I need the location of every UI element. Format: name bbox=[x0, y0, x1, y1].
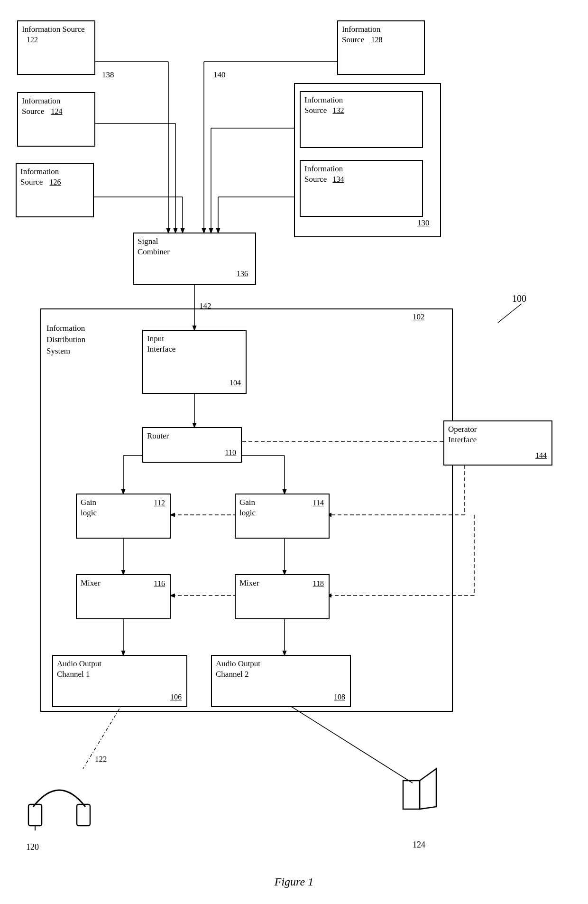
input-interface-box: InputInterface 104 bbox=[142, 330, 247, 394]
svg-rect-38 bbox=[403, 781, 420, 809]
svg-rect-34 bbox=[28, 804, 42, 826]
info-source-128-box: InformationSource 128 bbox=[337, 20, 425, 75]
system-label: InformationDistributionSystem bbox=[46, 323, 85, 356]
label-102: 102 bbox=[413, 312, 425, 322]
operator-interface-box: OperatorInterface 144 bbox=[443, 420, 552, 466]
mixer-1-box: Mixer 116 bbox=[76, 574, 171, 619]
input-interface-label: InputInterface bbox=[147, 334, 175, 354]
audio-output-1-box: Audio OutputChannel 1 106 bbox=[52, 655, 187, 707]
signal-combiner-label: SignalCombiner bbox=[138, 237, 170, 256]
info-source-126-ref: 126 bbox=[49, 178, 61, 186]
info-source-132-box: InformationSource 132 bbox=[300, 91, 423, 148]
info-source-128-ref: 128 bbox=[371, 36, 382, 44]
label-138: 138 bbox=[102, 70, 114, 80]
label-122-wire: 122 bbox=[95, 755, 107, 764]
signal-combiner-box: SignalCombiner 136 bbox=[133, 233, 256, 285]
label-100: 100 bbox=[512, 293, 526, 304]
speaker-icon bbox=[384, 764, 450, 826]
gain-logic-1-box: Gainlogic 112 bbox=[76, 494, 171, 539]
info-source-132-ref: 132 bbox=[332, 106, 344, 114]
info-source-122-ref: 122 bbox=[27, 36, 38, 44]
mixer-2-box: Mixer 118 bbox=[235, 574, 330, 619]
info-source-124-box: InformationSource 124 bbox=[17, 92, 95, 147]
input-interface-ref: 104 bbox=[230, 378, 241, 388]
svg-line-33 bbox=[498, 304, 522, 323]
router-label: Router bbox=[147, 431, 169, 440]
figure-caption: Figure 1 bbox=[0, 876, 588, 888]
gain-logic-1-label: Gainlogic bbox=[81, 498, 97, 517]
signal-combiner-ref: 136 bbox=[237, 269, 248, 279]
audio-output-1-label: Audio OutputChannel 1 bbox=[57, 659, 101, 679]
headphones-icon bbox=[24, 769, 95, 830]
gain-logic-2-ref: 114 bbox=[313, 498, 324, 508]
mixer-2-label: Mixer bbox=[239, 578, 259, 587]
gain-logic-1-ref: 112 bbox=[154, 498, 165, 508]
info-source-122-label: Information Source bbox=[22, 25, 85, 34]
mixer-1-ref: 116 bbox=[154, 579, 165, 589]
big-box-130: InformationSource 132 InformationSource … bbox=[294, 83, 441, 237]
info-source-122-box: Information Source 122 bbox=[17, 20, 95, 75]
gain-logic-2-box: Gainlogic 114 bbox=[235, 494, 330, 539]
mixer-2-ref: 118 bbox=[313, 579, 324, 589]
info-source-124-ref: 124 bbox=[51, 107, 62, 115]
label-120: 120 bbox=[26, 842, 39, 852]
label-140: 140 bbox=[213, 70, 226, 80]
svg-marker-39 bbox=[420, 769, 436, 809]
audio-output-2-box: Audio OutputChannel 2 108 bbox=[211, 655, 351, 707]
router-ref: 110 bbox=[225, 448, 236, 458]
audio-output-2-ref: 108 bbox=[334, 692, 345, 702]
audio-output-1-ref: 106 bbox=[170, 692, 182, 702]
router-box: Router 110 bbox=[142, 427, 242, 463]
label-130: 130 bbox=[417, 218, 430, 228]
svg-rect-35 bbox=[77, 804, 90, 826]
info-source-134-box: InformationSource 134 bbox=[300, 160, 423, 217]
operator-interface-label: OperatorInterface bbox=[448, 425, 477, 444]
info-source-126-box: InformationSource 126 bbox=[16, 163, 94, 217]
diagram: Information Source 122 InformationSource… bbox=[0, 0, 588, 904]
label-124-speaker: 124 bbox=[413, 840, 425, 850]
mixer-1-label: Mixer bbox=[81, 578, 101, 587]
info-source-134-ref: 134 bbox=[332, 175, 344, 183]
audio-output-2-label: Audio OutputChannel 2 bbox=[216, 659, 260, 679]
gain-logic-2-label: Gainlogic bbox=[239, 498, 256, 517]
operator-interface-ref: 144 bbox=[535, 451, 547, 461]
